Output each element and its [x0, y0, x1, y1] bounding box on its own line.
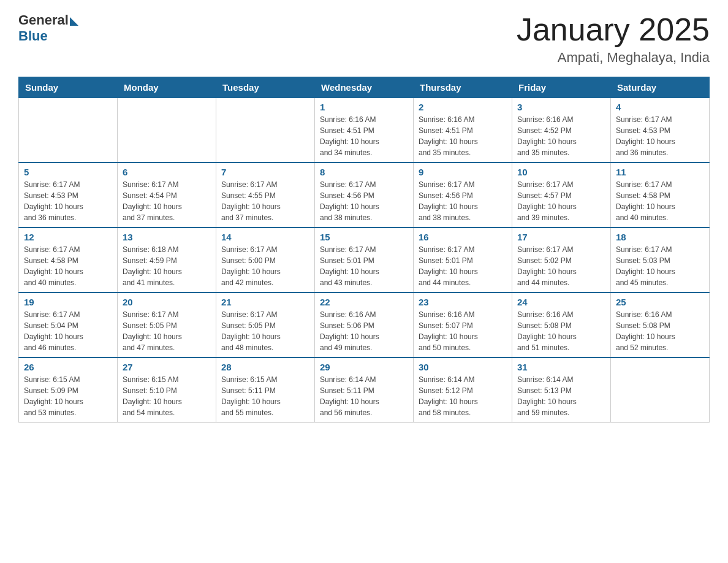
calendar-cell	[611, 358, 710, 423]
week-row-3: 12Sunrise: 6:17 AM Sunset: 4:58 PM Dayli…	[19, 228, 710, 293]
day-info: Sunrise: 6:17 AM Sunset: 5:05 PM Dayligh…	[221, 309, 309, 353]
day-info: Sunrise: 6:17 AM Sunset: 5:01 PM Dayligh…	[320, 244, 408, 288]
calendar-cell: 9Sunrise: 6:17 AM Sunset: 4:56 PM Daylig…	[414, 163, 512, 228]
day-info: Sunrise: 6:17 AM Sunset: 4:53 PM Dayligh…	[616, 114, 704, 158]
day-info: Sunrise: 6:17 AM Sunset: 4:58 PM Dayligh…	[24, 244, 112, 288]
week-row-4: 19Sunrise: 6:17 AM Sunset: 5:04 PM Dayli…	[19, 293, 710, 358]
day-number: 2	[419, 102, 507, 112]
calendar-cell: 23Sunrise: 6:16 AM Sunset: 5:07 PM Dayli…	[414, 293, 512, 358]
day-number: 6	[123, 167, 211, 177]
day-info: Sunrise: 6:16 AM Sunset: 4:51 PM Dayligh…	[320, 114, 408, 158]
day-number: 19	[24, 297, 112, 307]
header-sunday: Sunday	[19, 77, 118, 98]
page-title: January 2025	[517, 12, 710, 47]
calendar-cell: 21Sunrise: 6:17 AM Sunset: 5:05 PM Dayli…	[216, 293, 315, 358]
day-number: 18	[616, 232, 704, 242]
logo: General Blue	[18, 12, 78, 44]
calendar-cell: 28Sunrise: 6:15 AM Sunset: 5:11 PM Dayli…	[216, 358, 315, 423]
day-number: 28	[221, 362, 309, 372]
day-info: Sunrise: 6:15 AM Sunset: 5:09 PM Dayligh…	[24, 374, 112, 418]
day-number: 27	[123, 362, 211, 372]
day-info: Sunrise: 6:16 AM Sunset: 4:51 PM Dayligh…	[419, 114, 507, 158]
day-number: 31	[517, 362, 605, 372]
day-number: 15	[320, 232, 408, 242]
day-number: 21	[221, 297, 309, 307]
day-number: 4	[616, 102, 704, 112]
header-wednesday: Wednesday	[315, 77, 414, 98]
day-number: 14	[221, 232, 309, 242]
day-number: 7	[221, 167, 309, 177]
day-number: 24	[517, 297, 605, 307]
day-info: Sunrise: 6:17 AM Sunset: 5:05 PM Dayligh…	[123, 309, 211, 353]
calendar-cell	[19, 98, 118, 163]
calendar-cell: 2Sunrise: 6:16 AM Sunset: 4:51 PM Daylig…	[414, 98, 512, 163]
day-info: Sunrise: 6:17 AM Sunset: 4:55 PM Dayligh…	[221, 179, 309, 223]
day-info: Sunrise: 6:16 AM Sunset: 4:52 PM Dayligh…	[517, 114, 605, 158]
day-number: 16	[419, 232, 507, 242]
day-info: Sunrise: 6:18 AM Sunset: 4:59 PM Dayligh…	[123, 244, 211, 288]
day-info: Sunrise: 6:16 AM Sunset: 5:08 PM Dayligh…	[517, 309, 605, 353]
header-tuesday: Tuesday	[216, 77, 315, 98]
calendar-cell: 10Sunrise: 6:17 AM Sunset: 4:57 PM Dayli…	[512, 163, 611, 228]
day-info: Sunrise: 6:17 AM Sunset: 4:54 PM Dayligh…	[123, 179, 211, 223]
day-number: 23	[419, 297, 507, 307]
week-row-1: 1Sunrise: 6:16 AM Sunset: 4:51 PM Daylig…	[19, 98, 710, 163]
calendar-cell: 1Sunrise: 6:16 AM Sunset: 4:51 PM Daylig…	[315, 98, 414, 163]
header-saturday: Saturday	[611, 77, 710, 98]
calendar-cell: 25Sunrise: 6:16 AM Sunset: 5:08 PM Dayli…	[611, 293, 710, 358]
day-info: Sunrise: 6:16 AM Sunset: 5:07 PM Dayligh…	[419, 309, 507, 353]
day-number: 3	[517, 102, 605, 112]
calendar-cell: 3Sunrise: 6:16 AM Sunset: 4:52 PM Daylig…	[512, 98, 611, 163]
day-info: Sunrise: 6:17 AM Sunset: 5:01 PM Dayligh…	[419, 244, 507, 288]
calendar-cell: 16Sunrise: 6:17 AM Sunset: 5:01 PM Dayli…	[414, 228, 512, 293]
day-info: Sunrise: 6:17 AM Sunset: 4:56 PM Dayligh…	[419, 179, 507, 223]
logo-general-text: General	[18, 12, 69, 28]
page-header: General Blue January 2025 Ampati, Meghal…	[18, 12, 710, 66]
calendar-cell: 11Sunrise: 6:17 AM Sunset: 4:58 PM Dayli…	[611, 163, 710, 228]
day-info: Sunrise: 6:17 AM Sunset: 4:56 PM Dayligh…	[320, 179, 408, 223]
calendar-cell: 27Sunrise: 6:15 AM Sunset: 5:10 PM Dayli…	[118, 358, 216, 423]
calendar-cell: 12Sunrise: 6:17 AM Sunset: 4:58 PM Dayli…	[19, 228, 118, 293]
header-thursday: Thursday	[414, 77, 512, 98]
day-number: 22	[320, 297, 408, 307]
day-number: 25	[616, 297, 704, 307]
day-number: 8	[320, 167, 408, 177]
day-number: 10	[517, 167, 605, 177]
calendar-cell: 13Sunrise: 6:18 AM Sunset: 4:59 PM Dayli…	[118, 228, 216, 293]
calendar-cell: 29Sunrise: 6:14 AM Sunset: 5:11 PM Dayli…	[315, 358, 414, 423]
day-number: 9	[419, 167, 507, 177]
calendar-cell: 22Sunrise: 6:16 AM Sunset: 5:06 PM Dayli…	[315, 293, 414, 358]
day-number: 17	[517, 232, 605, 242]
day-number: 29	[320, 362, 408, 372]
day-number: 20	[123, 297, 211, 307]
week-row-2: 5Sunrise: 6:17 AM Sunset: 4:53 PM Daylig…	[19, 163, 710, 228]
calendar-cell: 19Sunrise: 6:17 AM Sunset: 5:04 PM Dayli…	[19, 293, 118, 358]
day-info: Sunrise: 6:16 AM Sunset: 5:08 PM Dayligh…	[616, 309, 704, 353]
calendar-cell: 17Sunrise: 6:17 AM Sunset: 5:02 PM Dayli…	[512, 228, 611, 293]
calendar-body: 1Sunrise: 6:16 AM Sunset: 4:51 PM Daylig…	[19, 98, 710, 423]
day-info: Sunrise: 6:17 AM Sunset: 4:57 PM Dayligh…	[517, 179, 605, 223]
logo-arrow-icon	[70, 17, 78, 26]
calendar-cell: 8Sunrise: 6:17 AM Sunset: 4:56 PM Daylig…	[315, 163, 414, 228]
calendar-cell: 14Sunrise: 6:17 AM Sunset: 5:00 PM Dayli…	[216, 228, 315, 293]
calendar-cell: 5Sunrise: 6:17 AM Sunset: 4:53 PM Daylig…	[19, 163, 118, 228]
calendar-cell: 15Sunrise: 6:17 AM Sunset: 5:01 PM Dayli…	[315, 228, 414, 293]
calendar-cell	[216, 98, 315, 163]
calendar-cell: 31Sunrise: 6:14 AM Sunset: 5:13 PM Dayli…	[512, 358, 611, 423]
day-info: Sunrise: 6:17 AM Sunset: 5:03 PM Dayligh…	[616, 244, 704, 288]
calendar-cell: 30Sunrise: 6:14 AM Sunset: 5:12 PM Dayli…	[414, 358, 512, 423]
header-friday: Friday	[512, 77, 611, 98]
day-info: Sunrise: 6:14 AM Sunset: 5:13 PM Dayligh…	[517, 374, 605, 418]
day-number: 12	[24, 232, 112, 242]
logo-blue-text: Blue	[18, 28, 48, 44]
calendar-cell: 20Sunrise: 6:17 AM Sunset: 5:05 PM Dayli…	[118, 293, 216, 358]
day-number: 11	[616, 167, 704, 177]
day-info: Sunrise: 6:14 AM Sunset: 5:11 PM Dayligh…	[320, 374, 408, 418]
day-info: Sunrise: 6:14 AM Sunset: 5:12 PM Dayligh…	[419, 374, 507, 418]
day-info: Sunrise: 6:15 AM Sunset: 5:11 PM Dayligh…	[221, 374, 309, 418]
day-number: 1	[320, 102, 408, 112]
day-number: 13	[123, 232, 211, 242]
title-block: January 2025 Ampati, Meghalaya, India	[517, 12, 710, 66]
day-number: 26	[24, 362, 112, 372]
week-row-5: 26Sunrise: 6:15 AM Sunset: 5:09 PM Dayli…	[19, 358, 710, 423]
